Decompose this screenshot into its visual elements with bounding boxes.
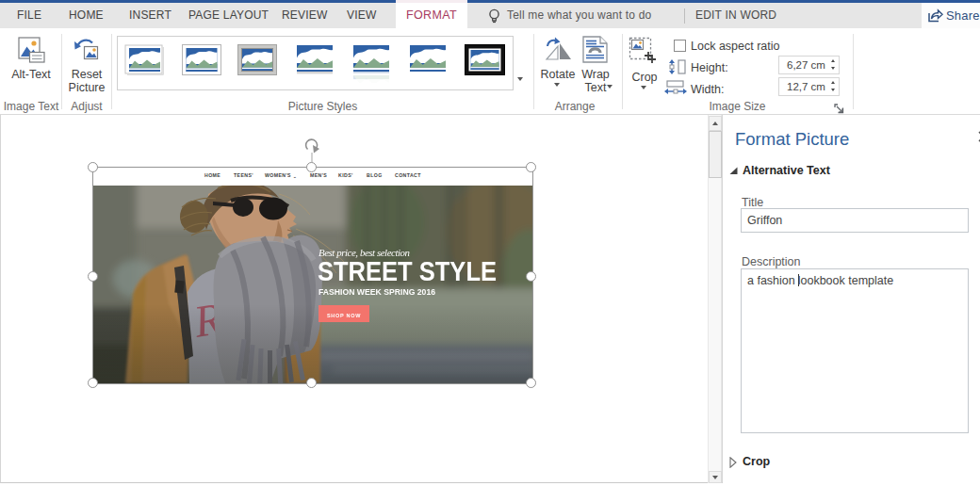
svg-text:SHOP NOW: SHOP NOW — [327, 313, 361, 318]
svg-text:FASHION WEEK SPRING 2016: FASHION WEEK SPRING 2016 — [318, 287, 435, 297]
svg-text:STREET STYLE: STREET STYLE — [318, 255, 497, 286]
svg-text:WOMEN'S: WOMEN'S — [265, 172, 291, 178]
svg-text:TEENS': TEENS' — [234, 172, 253, 178]
svg-text:HOME: HOME — [204, 172, 220, 178]
svg-text:MEN'S: MEN'S — [310, 172, 327, 178]
svg-text:CONTACT: CONTACT — [395, 172, 421, 178]
svg-text:⌄: ⌄ — [293, 174, 297, 179]
svg-text:KIDS': KIDS' — [338, 172, 353, 178]
svg-text:BLOG: BLOG — [367, 172, 383, 178]
